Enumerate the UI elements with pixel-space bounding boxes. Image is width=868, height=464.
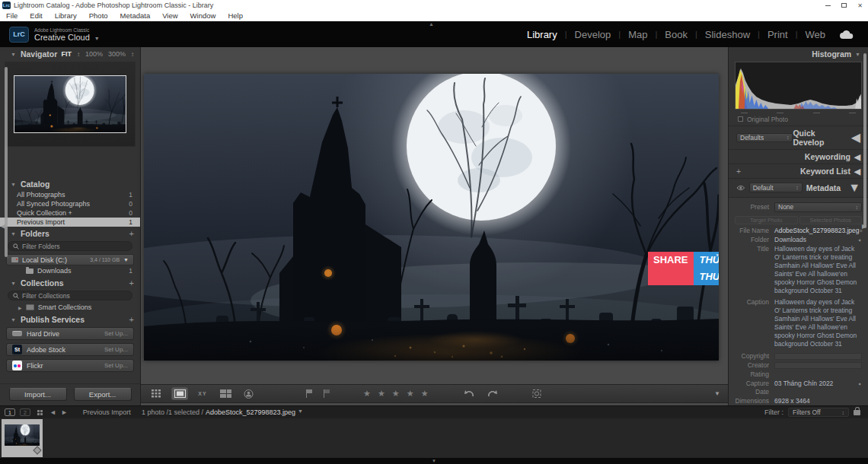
expand-left-icon[interactable]: ◀ (851, 130, 860, 145)
module-web[interactable]: Web (798, 29, 834, 40)
navigator-thumbnail[interactable] (14, 75, 126, 133)
fit-stepper-icon[interactable]: ↕ (77, 51, 80, 58)
publish-services-header[interactable]: ▼ Publish Services + (0, 313, 140, 326)
quick-develop-header[interactable]: Defaults↕ Quick Develop ◀ (729, 126, 868, 150)
creative-cloud-label[interactable]: Creative Cloud (34, 33, 90, 42)
grid-view-shortcut-icon[interactable] (37, 410, 43, 415)
add-folder-icon[interactable]: + (129, 229, 134, 238)
eye-icon[interactable] (736, 185, 745, 191)
module-print[interactable]: Print (760, 29, 796, 40)
menu-photo[interactable]: Photo (83, 11, 114, 20)
catalog-item-all-synced[interactable]: All Synced Photographs 0 (0, 199, 140, 208)
filmstrip-thumbnail-cell[interactable] (2, 419, 43, 457)
creative-cloud-sync-icon[interactable] (839, 30, 854, 40)
expand-left-icon[interactable]: ◀ (854, 152, 860, 161)
folders-header[interactable]: ▼ Folders + (0, 227, 140, 240)
navigator-header[interactable]: ▼ Navigator FIT↕ 100% 300%↕ (0, 47, 140, 60)
filmstrip-source[interactable]: Previous Import (83, 408, 131, 416)
star-rating[interactable]: ★ ★ ★ ★ ★ (363, 389, 431, 399)
set-up-link[interactable]: Set Up... (104, 346, 128, 353)
filter-collections-input[interactable]: Filter Collections (8, 291, 132, 300)
rotate-right-icon[interactable] (484, 387, 501, 400)
second-window-button[interactable]: 2 (20, 408, 30, 416)
rotate-left-icon[interactable] (461, 387, 478, 400)
go-to-folder-icon[interactable]: ➧ (854, 236, 862, 244)
creator-input[interactable] (774, 362, 862, 369)
main-window-button[interactable]: 1 (5, 408, 15, 416)
menu-view[interactable]: View (156, 11, 183, 20)
thumbnail-badge-icon[interactable] (33, 446, 41, 454)
loupe-view-button[interactable] (171, 387, 188, 400)
survey-view-button[interactable] (217, 387, 234, 400)
menu-metadata[interactable]: Metadata (114, 11, 157, 20)
keyword-list-header[interactable]: + Keyword List ◀ (729, 164, 868, 179)
histogram-header[interactable]: Histogram ▼ (729, 47, 868, 60)
collapse-triangle-icon[interactable]: ▼ (855, 52, 860, 57)
filter-folders-input[interactable]: Filter Folders (8, 241, 132, 251)
folder-local-disk[interactable]: Local Disk (C:) 3,4 / 110 GB ▼ (6, 254, 134, 265)
histogram-display[interactable] (735, 62, 862, 110)
saved-preset-dropdown[interactable]: Defaults↕ (736, 133, 793, 142)
expand-left-icon[interactable]: ◀ (854, 167, 860, 176)
collections-header[interactable]: ▼ Collections + (0, 276, 140, 289)
right-panel-scrollbar[interactable] (863, 53, 866, 228)
people-view-button[interactable] (240, 387, 257, 400)
tab-selected-photos[interactable]: Selected Photos (799, 216, 863, 224)
chevron-down-icon[interactable]: ▼ (94, 36, 100, 41)
selected-filename[interactable]: AdobeStock_527998823.jpeg (206, 408, 295, 416)
module-book[interactable]: Book (657, 29, 695, 40)
capture-date-icon[interactable]: ➧ (854, 380, 862, 396)
filter-dropdown[interactable]: Filters Off↕ (788, 408, 849, 417)
maximize-button[interactable] (836, 0, 852, 11)
publish-service-flickr[interactable]: Flickr Set Up... (6, 359, 134, 372)
go-forward-icon[interactable]: ► (61, 408, 68, 416)
import-button[interactable]: Import... (9, 388, 67, 401)
collapse-triangle-icon[interactable]: ▼ (11, 231, 16, 237)
close-button[interactable]: ✕ (852, 0, 868, 11)
collapse-triangle-icon[interactable]: ▼ (11, 317, 16, 323)
catalog-item-all-photographs[interactable]: All Photographs 1 (0, 190, 140, 199)
zoom-100-option[interactable]: 100% (85, 50, 103, 58)
filmstrip-thumbnail[interactable] (5, 424, 40, 446)
collapse-right-panel-icon[interactable]: ▶ (862, 223, 866, 230)
catalog-item-quick-collection[interactable]: Quick Collection + 0 (0, 208, 140, 218)
publish-service-adobe-stock[interactable]: St Adobe Stock Set Up... (6, 343, 134, 356)
menu-library[interactable]: Library (49, 11, 83, 20)
copyright-input[interactable] (774, 353, 862, 360)
add-collection-icon[interactable]: + (129, 278, 134, 288)
fit-zoom-option[interactable]: FIT (61, 50, 72, 58)
keywording-header[interactable]: Keywording ◀ (729, 150, 868, 164)
catalog-header[interactable]: ▼ Catalog (0, 177, 140, 190)
add-keyword-icon[interactable]: + (736, 167, 741, 176)
toolbar-options-caret[interactable]: ▼ (714, 390, 720, 397)
collapse-top-panel-icon[interactable]: ▲ (429, 21, 434, 27)
metadata-header[interactable]: Default↕ Metadata ▼ (729, 179, 868, 197)
module-develop[interactable]: Develop (567, 29, 619, 40)
collapse-triangle-icon[interactable]: ▼ (11, 182, 16, 187)
folder-downloads[interactable]: Downloads 1 (0, 265, 140, 276)
collapse-triangle-icon[interactable]: ▼ (11, 52, 16, 57)
expand-right-icon[interactable]: ▶ (18, 305, 22, 310)
menu-edit[interactable]: Edit (24, 11, 48, 20)
menu-file[interactable]: File (0, 11, 24, 20)
tab-target-photo[interactable]: Target Photo (735, 216, 798, 224)
original-photo-checkbox[interactable] (738, 116, 743, 122)
set-up-link[interactable]: Set Up... (104, 330, 128, 337)
module-slideshow[interactable]: Slideshow (697, 29, 758, 40)
menu-help[interactable]: Help (222, 11, 249, 20)
module-map[interactable]: Map (621, 29, 655, 40)
selected-photo[interactable]: SHARE THỦ THUẬT (144, 74, 719, 361)
menu-window[interactable]: Window (184, 11, 222, 20)
grid-view-button[interactable] (148, 387, 165, 400)
compare-view-button[interactable]: XY (194, 387, 211, 400)
publish-service-hard-drive[interactable]: Hard Drive Set Up... (6, 327, 134, 340)
collapse-triangle-icon[interactable]: ▼ (11, 281, 16, 286)
flag-reject-icon[interactable] (324, 389, 330, 398)
metadata-view-dropdown[interactable]: Default↕ (749, 183, 803, 192)
chevron-down-icon[interactable]: ▼ (298, 408, 303, 416)
collapse-triangle-icon[interactable]: ▼ (848, 181, 860, 195)
expand-triangle-icon[interactable]: ▼ (123, 257, 129, 262)
grid-overlay-icon[interactable] (528, 387, 545, 400)
collapse-left-panel-icon[interactable]: ◀ (1, 223, 5, 230)
go-back-icon[interactable]: ◄ (49, 408, 56, 416)
